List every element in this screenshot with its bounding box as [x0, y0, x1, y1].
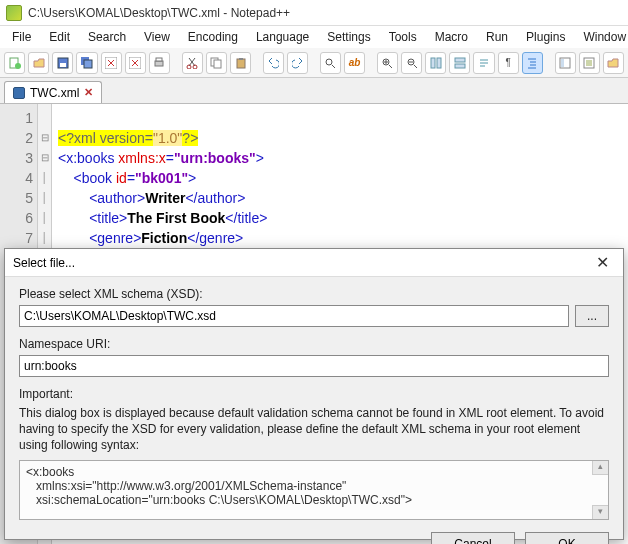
dialog-title: Select file...	[13, 256, 75, 270]
important-text: This dialog box is displayed because def…	[19, 405, 609, 454]
folder-view-icon[interactable]	[603, 52, 624, 74]
close-icon[interactable]	[101, 52, 122, 74]
svg-rect-19	[431, 58, 435, 68]
important-label: Important:	[19, 387, 609, 401]
find-icon[interactable]	[320, 52, 341, 74]
window-titlebar: C:\Users\KOMAL\Desktop\TWC.xml - Notepad…	[0, 0, 628, 26]
svg-rect-5	[84, 60, 92, 68]
svg-point-1	[15, 63, 21, 69]
namespace-input[interactable]	[19, 355, 609, 377]
cancel-button[interactable]: Cancel	[431, 532, 515, 544]
svg-rect-20	[437, 58, 441, 68]
menu-file[interactable]: File	[4, 28, 39, 46]
open-file-icon[interactable]	[28, 52, 49, 74]
scroll-up-icon[interactable]: ▴	[592, 461, 608, 475]
ok-button[interactable]: OK	[525, 532, 609, 544]
app-icon	[6, 5, 22, 21]
svg-rect-24	[561, 59, 564, 67]
toolbar: ab ¶	[0, 48, 628, 78]
func-list-icon[interactable]	[579, 52, 600, 74]
svg-rect-14	[237, 59, 245, 68]
indent-guide-icon[interactable]	[522, 52, 543, 74]
dialog-close-icon[interactable]: ✕	[590, 253, 615, 272]
svg-rect-21	[455, 58, 465, 62]
print-icon[interactable]	[149, 52, 170, 74]
doc-map-icon[interactable]	[555, 52, 576, 74]
save-all-icon[interactable]	[76, 52, 97, 74]
svg-rect-22	[455, 64, 465, 68]
browse-button[interactable]: ...	[575, 305, 609, 327]
tab-twc-xml[interactable]: TWC.xml ✕	[4, 81, 102, 103]
menu-encoding[interactable]: Encoding	[180, 28, 246, 46]
show-all-chars-icon[interactable]: ¶	[498, 52, 519, 74]
namespace-label: Namespace URI:	[19, 337, 609, 351]
menu-window[interactable]: Window	[575, 28, 628, 46]
svg-rect-15	[239, 58, 243, 60]
menu-macro[interactable]: Macro	[427, 28, 476, 46]
menu-settings[interactable]: Settings	[319, 28, 378, 46]
menu-search[interactable]: Search	[80, 28, 134, 46]
svg-point-16	[326, 59, 332, 65]
sync-v-icon[interactable]	[425, 52, 446, 74]
syntax-example-box[interactable]: <x:books xmlns:xsi="http://www.w3.org/20…	[19, 460, 609, 520]
zoom-out-icon[interactable]	[401, 52, 422, 74]
menu-edit[interactable]: Edit	[41, 28, 78, 46]
wrap-icon[interactable]	[473, 52, 494, 74]
save-icon[interactable]	[52, 52, 73, 74]
copy-icon[interactable]	[206, 52, 227, 74]
new-file-icon[interactable]	[4, 52, 25, 74]
tab-label: TWC.xml	[30, 86, 79, 100]
undo-icon[interactable]	[263, 52, 284, 74]
sync-h-icon[interactable]	[449, 52, 470, 74]
tab-close-icon[interactable]: ✕	[84, 86, 93, 99]
close-all-icon[interactable]	[125, 52, 146, 74]
zoom-in-icon[interactable]	[377, 52, 398, 74]
window-title: C:\Users\KOMAL\Desktop\TWC.xml - Notepad…	[28, 6, 290, 20]
select-file-dialog: Select file... ✕ Please select XML schem…	[4, 248, 624, 540]
replace-icon[interactable]: ab	[344, 52, 365, 74]
scroll-down-icon[interactable]: ▾	[592, 505, 608, 519]
redo-icon[interactable]	[287, 52, 308, 74]
svg-rect-9	[156, 58, 162, 61]
svg-rect-13	[214, 60, 221, 68]
menu-view[interactable]: View	[136, 28, 178, 46]
save-state-icon	[13, 87, 25, 99]
menu-bar: File Edit Search View Encoding Language …	[0, 26, 628, 48]
menu-plugins[interactable]: Plugins	[518, 28, 573, 46]
tab-bar: TWC.xml ✕	[0, 78, 628, 104]
menu-run[interactable]: Run	[478, 28, 516, 46]
xsd-label: Please select XML schema (XSD):	[19, 287, 609, 301]
svg-rect-8	[155, 61, 163, 66]
menu-tools[interactable]: Tools	[381, 28, 425, 46]
menu-language[interactable]: Language	[248, 28, 317, 46]
cut-icon[interactable]	[182, 52, 203, 74]
svg-rect-3	[60, 63, 66, 67]
dialog-titlebar[interactable]: Select file... ✕	[5, 249, 623, 277]
xsd-path-input[interactable]	[19, 305, 569, 327]
paste-icon[interactable]	[230, 52, 251, 74]
